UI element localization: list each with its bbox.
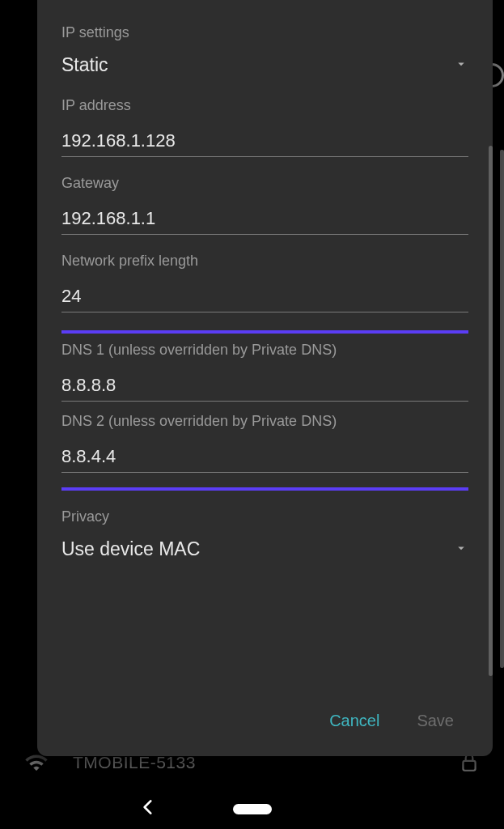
chevron-down-icon	[454, 57, 468, 74]
svg-rect-0	[463, 761, 475, 771]
privacy-field: Privacy Use device MAC	[61, 508, 468, 563]
ip-settings-value: Static	[61, 54, 108, 76]
ip-settings-field: IP settings Static	[61, 24, 468, 79]
dns1-label: DNS 1 (unless overridden by Private DNS)	[61, 342, 468, 359]
ip-address-label: IP address	[61, 97, 468, 114]
dialog-actions: Cancel Save	[61, 694, 468, 748]
cancel-button[interactable]: Cancel	[323, 705, 386, 737]
home-pill[interactable]	[233, 804, 272, 814]
back-icon[interactable]	[138, 797, 159, 821]
system-nav-bar	[0, 789, 504, 829]
privacy-value: Use device MAC	[61, 538, 200, 560]
dns1-field: DNS 1 (unless overridden by Private DNS)…	[61, 342, 468, 402]
network-settings-dialog: IP settings Static IP address 192.168.1.…	[37, 0, 493, 756]
privacy-label: Privacy	[61, 508, 468, 525]
ip-address-field: IP address 192.168.1.128	[61, 97, 468, 157]
prefix-label: Network prefix length	[61, 253, 468, 270]
gateway-input[interactable]: 192.168.1.1	[61, 203, 468, 235]
ip-settings-label: IP settings	[61, 24, 468, 41]
chevron-down-icon	[454, 541, 468, 559]
dns-highlight-box: DNS 1 (unless overridden by Private DNS)…	[61, 330, 468, 491]
prefix-input[interactable]: 24	[61, 281, 468, 312]
gateway-field: Gateway 192.168.1.1	[61, 175, 468, 235]
dns2-input[interactable]: 8.8.4.4	[61, 441, 468, 473]
gateway-label: Gateway	[61, 175, 468, 192]
dns1-input[interactable]: 8.8.8.8	[61, 370, 468, 402]
ip-settings-dropdown[interactable]: Static	[61, 53, 468, 79]
ip-address-input[interactable]: 192.168.1.128	[61, 125, 468, 157]
dns2-label: DNS 2 (unless overridden by Private DNS)	[61, 413, 468, 430]
dialog-scrollbar[interactable]	[489, 146, 493, 676]
bg-scrollbar	[500, 150, 504, 668]
privacy-dropdown[interactable]: Use device MAC	[61, 537, 468, 563]
dns2-field: DNS 2 (unless overridden by Private DNS)…	[61, 413, 468, 473]
prefix-field: Network prefix length 24	[61, 253, 468, 312]
save-button[interactable]: Save	[410, 705, 460, 737]
